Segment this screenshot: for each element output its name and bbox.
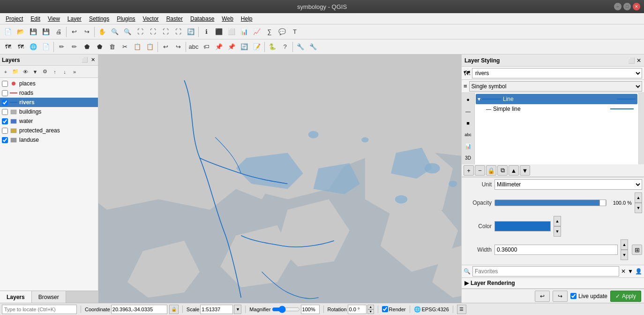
map-canvas[interactable]: [98, 54, 461, 303]
zoom-extent-button[interactable]: ⛶: [134, 26, 146, 38]
opacity-slider[interactable]: [494, 200, 607, 206]
layer-item-buildings[interactable]: buildings: [0, 107, 98, 116]
symbol-type-dropdown[interactable]: Single symbol: [469, 81, 642, 92]
label-icon-btn[interactable]: abc: [463, 129, 474, 140]
rotate-label-button[interactable]: 🔄: [238, 41, 250, 53]
rotation-input[interactable]: [348, 305, 367, 314]
log-messages-btn[interactable]: ☰: [457, 305, 466, 314]
sym-tree-line[interactable]: ▾ Line: [476, 94, 637, 104]
menu-item-project[interactable]: Project: [2, 15, 27, 23]
color-down-btn[interactable]: ▼: [554, 226, 561, 237]
redo-button[interactable]: ↪: [81, 26, 93, 38]
scale-input[interactable]: [200, 305, 233, 314]
locate-input[interactable]: [2, 305, 77, 314]
color-up-btn[interactable]: ▲: [554, 216, 561, 226]
menu-item-raster[interactable]: Raster: [163, 15, 187, 23]
copy-features-button[interactable]: 📋: [131, 41, 143, 53]
digitize-button[interactable]: ✏: [68, 41, 80, 53]
width-up-btn[interactable]: ▲: [621, 239, 628, 250]
line-icon-btn[interactable]: —: [463, 106, 474, 116]
add-favorite-icon[interactable]: 👤: [635, 268, 642, 275]
zoom-layer-button[interactable]: ⛶: [159, 26, 172, 38]
menu-item-plugins[interactable]: Plugins: [113, 15, 139, 23]
layer-item-water[interactable]: water: [0, 116, 98, 126]
menu-item-help[interactable]: Help: [237, 15, 256, 23]
move-feature-button[interactable]: ⬟: [93, 41, 105, 53]
map-tips-button[interactable]: 💬: [276, 26, 288, 38]
scale-dropdown-btn[interactable]: ▼: [234, 305, 241, 314]
node-tool-button[interactable]: ⬟: [81, 41, 93, 53]
add-wms-button[interactable]: 🌐: [27, 41, 39, 53]
delete-selected-button[interactable]: 🗑: [106, 41, 118, 53]
menu-item-edit[interactable]: Edit: [27, 15, 44, 23]
python-button[interactable]: 🐍: [266, 41, 278, 53]
point-icon-btn[interactable]: ●: [463, 94, 474, 105]
refresh-button[interactable]: 🔄: [185, 26, 197, 38]
open-button[interactable]: 📂: [15, 26, 27, 38]
magnifier-input[interactable]: [301, 305, 320, 314]
move-label-button[interactable]: 📌: [225, 41, 238, 53]
identify-button[interactable]: ℹ: [200, 26, 212, 38]
layer-checkbox-water[interactable]: [2, 118, 8, 124]
rotation-down-btn[interactable]: ▼: [367, 309, 374, 314]
favorites-search-input[interactable]: [472, 266, 619, 277]
redo-edit-button[interactable]: ↪: [172, 41, 184, 53]
plugins-button[interactable]: 🔧: [294, 41, 307, 53]
menu-item-web[interactable]: Web: [218, 15, 237, 23]
layer-checkbox-landuse[interactable]: [2, 137, 8, 143]
minimize-button[interactable]: –: [614, 3, 622, 10]
cut-features-button[interactable]: ✂: [119, 41, 131, 53]
color-swatch[interactable]: [494, 221, 551, 231]
lock-extent-btn[interactable]: 🔒: [169, 305, 179, 314]
new-button[interactable]: 📄: [2, 26, 14, 38]
move-down-symbol-btn[interactable]: ▼: [520, 165, 530, 176]
menu-item-layer[interactable]: Layer: [64, 15, 85, 23]
tab-browser[interactable]: Browser: [32, 291, 66, 303]
render-checkbox[interactable]: [382, 306, 388, 312]
layer-item-places[interactable]: places: [0, 79, 98, 88]
redo-style-btn[interactable]: ↪: [553, 291, 568, 302]
layer-rendering-section[interactable]: ▶ Layer Rendering: [462, 278, 644, 289]
panel-close-icon[interactable]: ✕: [90, 56, 96, 63]
diagram-icon-btn[interactable]: 📊: [463, 141, 474, 152]
plugins2-button[interactable]: 🔧: [307, 41, 319, 53]
show-all-layers-btn[interactable]: 👁: [21, 67, 30, 77]
menu-item-database[interactable]: Database: [187, 15, 218, 23]
layer-select-dropdown[interactable]: rivers places roads buildings water: [472, 68, 642, 78]
favorites-dropdown-icon[interactable]: ▼: [628, 268, 633, 275]
save-as-button[interactable]: 💾: [40, 26, 52, 38]
label-properties-button[interactable]: 📝: [251, 41, 263, 53]
maximize-button[interactable]: □: [623, 3, 631, 10]
opacity-up-btn[interactable]: ▲: [635, 192, 642, 203]
sym-tree-simple-line[interactable]: — Simple line: [476, 104, 637, 114]
coordinate-input[interactable]: [111, 305, 167, 314]
layer-checkbox-rivers[interactable]: [2, 100, 8, 106]
pan-map-button[interactable]: ⛶: [172, 26, 184, 38]
layer-checkbox-buildings[interactable]: [2, 109, 8, 115]
add-csv-button[interactable]: 📄: [40, 41, 52, 53]
zoom-out-button[interactable]: 🔍: [121, 26, 134, 38]
opacity-down-btn[interactable]: ▼: [635, 203, 642, 213]
label-tool-button[interactable]: abc: [187, 41, 200, 53]
deselect-button[interactable]: ⬜: [225, 26, 238, 38]
close-button[interactable]: ✕: [633, 3, 640, 10]
filter-layers-btn[interactable]: ▼: [30, 67, 40, 77]
edit-toggle-button[interactable]: ✏: [55, 41, 67, 53]
open-table-button[interactable]: 📊: [238, 26, 250, 38]
width-down-btn[interactable]: ▼: [621, 250, 628, 260]
styling-close-icon[interactable]: ✕: [637, 57, 641, 64]
rotation-up-btn[interactable]: ▲: [367, 305, 374, 309]
width-input[interactable]: [494, 245, 618, 255]
save-button[interactable]: 💾: [27, 26, 39, 38]
move-layer-down-btn[interactable]: ↓: [60, 67, 69, 77]
styling-expand-icon[interactable]: ⬜: [628, 57, 635, 64]
pan-button[interactable]: ✋: [96, 26, 108, 38]
live-update-checkbox[interactable]: [570, 293, 577, 299]
layer-checkbox-roads[interactable]: [2, 90, 8, 96]
help-button[interactable]: ?: [279, 41, 291, 53]
layer-item-rivers[interactable]: rivers: [0, 98, 98, 107]
add-vector-button[interactable]: 🗺: [15, 41, 27, 53]
zoom-selected-button[interactable]: ⛶: [147, 26, 159, 38]
add-raster-button[interactable]: 🗺: [2, 41, 14, 53]
label-toggle-button[interactable]: 🏷: [200, 41, 212, 53]
